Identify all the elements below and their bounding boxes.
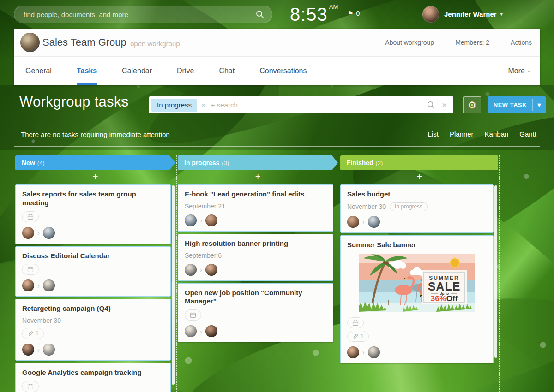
attachment-preview[interactable]: SUMMER SALE Up to 36%Off <box>359 254 475 314</box>
task-card[interactable]: Discuss Editorial Calendar › <box>15 246 171 297</box>
attachment-pill[interactable]: 1 <box>22 328 44 339</box>
view-kanban[interactable]: Kanban <box>485 130 509 140</box>
filter-chip[interactable]: In progress <box>151 99 197 112</box>
filter-search-input[interactable] <box>211 101 427 109</box>
actions-link[interactable]: Actions <box>511 39 532 46</box>
tab-calendar[interactable]: Calendar <box>122 57 152 85</box>
members-link[interactable]: Members: 2 <box>455 39 489 46</box>
creator-avatar[interactable] <box>185 214 197 226</box>
user-avatar[interactable] <box>422 6 439 23</box>
view-gantt[interactable]: Gantt <box>519 130 536 140</box>
settings-button[interactable]: ⚙ <box>463 96 481 113</box>
summer-sale-banner-image[interactable]: SUMMER SALE Up to 36%Off <box>359 254 475 312</box>
responsible-avatar[interactable] <box>43 344 55 356</box>
kanban-column-in-progress: In progress(3)+E-book "Lead generation" … <box>176 155 339 392</box>
task-card[interactable]: Retargeting campaign (Q4)November 30 1 › <box>15 299 171 361</box>
task-card-pills <box>22 381 164 392</box>
view-planner[interactable]: Planner <box>450 130 474 140</box>
task-card-pills <box>185 309 326 321</box>
group-title: Sales Team Group <box>42 36 126 48</box>
column-cards: E-book "Lead generation" final editsSept… <box>178 184 333 342</box>
tab-tasks[interactable]: Tasks <box>77 57 97 85</box>
add-task-button[interactable]: + <box>14 170 176 184</box>
kanban-column-finished: Finished(2)+Sales budgetNovember 30In pr… <box>339 155 500 392</box>
task-card-pills: 1 <box>22 328 164 339</box>
chevron-down-icon[interactable]: ▾ <box>533 96 546 113</box>
attachment-count: 1 <box>361 333 364 339</box>
about-workgroup-link[interactable]: About workgroup <box>385 39 434 46</box>
creator-avatar[interactable] <box>22 279 34 291</box>
gear-icon: ⚙ <box>468 100 476 111</box>
creator-avatar[interactable] <box>22 344 34 356</box>
tab-conversations[interactable]: Conversations <box>259 57 307 85</box>
search-icon[interactable] <box>427 101 435 109</box>
user-name: Jennifer Warner <box>444 10 497 18</box>
add-task-button[interactable]: + <box>177 170 339 184</box>
task-filter-bar[interactable]: In progress × × <box>149 96 453 113</box>
task-card[interactable]: Open new job position "Community Manager… <box>178 283 333 343</box>
tab-more[interactable]: More ▾ <box>508 57 530 85</box>
task-card[interactable]: E-book "Lead generation" final editsSept… <box>178 184 333 232</box>
creator-avatar[interactable] <box>22 227 34 239</box>
tab-chat[interactable]: Chat <box>219 57 235 85</box>
clear-search-icon[interactable]: × <box>442 100 447 110</box>
task-card-people: › <box>347 216 487 228</box>
creator-avatar[interactable] <box>347 346 359 358</box>
deadline-pill[interactable] <box>22 381 39 392</box>
chevron-right-icon: › <box>37 346 40 354</box>
favorite-star-icon[interactable]: ☆ <box>117 96 127 110</box>
notification-count: 0 <box>356 10 360 17</box>
task-card-title: Retargeting campaign (Q4) <box>22 304 164 313</box>
responsible-avatar[interactable] <box>205 214 217 226</box>
column-header[interactable]: Finished(2) <box>340 155 498 170</box>
column-scrollbar[interactable] <box>172 185 175 385</box>
attachment-pill[interactable]: 1 <box>347 331 369 342</box>
group-avatar[interactable] <box>20 33 40 52</box>
user-menu[interactable]: Jennifer Warner ▾ <box>444 10 503 18</box>
column-header[interactable]: New(4) <box>15 155 175 170</box>
task-card[interactable]: Sales budgetNovember 30In progress › <box>340 184 494 233</box>
chevron-right-icon: › <box>37 282 40 290</box>
deadline-pill[interactable] <box>22 211 39 222</box>
creator-avatar[interactable] <box>185 264 197 276</box>
calendar-icon <box>190 312 196 318</box>
remove-filter-icon[interactable]: × <box>201 101 205 109</box>
responsible-avatar[interactable] <box>205 264 217 276</box>
responsible-avatar[interactable] <box>43 227 55 239</box>
deadline-pill[interactable] <box>185 309 201 321</box>
column-scrollbar[interactable] <box>494 185 497 358</box>
task-card-pills <box>22 211 164 222</box>
task-card[interactable]: High resolution banner printingSeptember… <box>178 234 333 281</box>
chevron-down-icon: ▾ <box>528 69 530 74</box>
creator-avatar[interactable] <box>185 325 197 337</box>
task-card[interactable]: Google Analytics campaign tracking › <box>15 363 171 392</box>
responsible-avatar[interactable] <box>368 216 380 228</box>
search-icon[interactable] <box>255 10 265 19</box>
task-card-meta: November 30In progress <box>347 202 487 211</box>
global-search-input[interactable] <box>24 11 255 18</box>
kanban-column-new: New(4)+Sales reports for sales team grou… <box>14 155 176 392</box>
global-search[interactable] <box>14 6 272 23</box>
chevron-right-icon: › <box>200 216 202 224</box>
due-date: November 30 <box>22 317 61 324</box>
task-card[interactable]: Sales reports for sales team group meeti… <box>15 184 171 244</box>
group-header-block: Sales Team Group open workgroup About wo… <box>14 29 540 85</box>
responsible-avatar[interactable] <box>43 279 55 291</box>
add-task-button[interactable]: + <box>339 170 499 184</box>
task-card[interactable]: Summer Sale banner SUMMER SALE Up to 36%… <box>340 235 494 363</box>
deadline-pill[interactable] <box>347 317 364 328</box>
view-list[interactable]: List <box>428 130 439 140</box>
responsible-avatar[interactable] <box>368 346 380 358</box>
column-count: (3) <box>222 160 229 166</box>
tab-general[interactable]: General <box>25 57 52 85</box>
creator-avatar[interactable] <box>347 216 359 228</box>
tab-drive[interactable]: Drive <box>177 57 194 85</box>
task-card-meta: September 21 <box>185 202 326 210</box>
flag-icon: ⚑ <box>348 10 354 17</box>
column-header[interactable]: In progress(3) <box>178 155 338 170</box>
deadline-pill[interactable] <box>22 264 39 275</box>
new-task-button[interactable]: NEW TASK ▾ <box>488 96 546 113</box>
banner-text-discount: 36% <box>431 294 446 303</box>
notifications[interactable]: ⚑ 0 <box>348 10 360 17</box>
responsible-avatar[interactable] <box>205 325 217 337</box>
